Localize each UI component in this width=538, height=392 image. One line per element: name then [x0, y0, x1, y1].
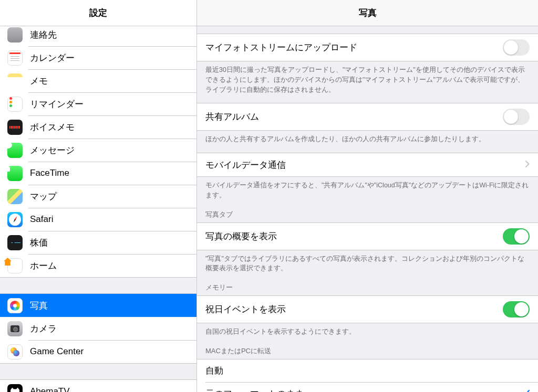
sidebar-item-label: FaceTime	[30, 168, 69, 178]
cell-group-memories: 祝日イベントを表示	[197, 295, 538, 323]
switch-photostream[interactable]	[503, 39, 530, 56]
messages-icon	[7, 143, 23, 158]
sidebar-item-stocks[interactable]: 株価	[0, 231, 196, 254]
cell-label: マイフォトストリームにアップロード	[205, 41, 503, 54]
camera-icon	[7, 321, 23, 336]
cell-sharedalbum: 共有アルバム	[197, 103, 538, 130]
cell-photostab: 写真の概要を表示	[197, 223, 538, 250]
sidebar: 設定 連絡先カレンダーメモリマインダーボイスメモメッセージFaceTimeマップ…	[0, 0, 197, 392]
switch-sharedalbum[interactable]	[503, 109, 530, 125]
sidebar-item-label: リマインダー	[30, 98, 84, 110]
sidebar-item-label: メモ	[30, 75, 48, 87]
footer: "写真"タブではライブラリにあるすべての写真が表示されます。コレクションおよび年…	[197, 250, 538, 274]
sidebar-item-label: ボイスメモ	[30, 121, 75, 133]
chevron-right-icon	[525, 160, 530, 169]
detail-title: 写真	[359, 7, 377, 19]
cell-group-transfer: 自動 元のフォーマットのまま	[197, 359, 538, 392]
reminders-icon	[7, 97, 23, 112]
sidebar-item-label: 株価	[30, 237, 48, 249]
sidebar-item-gamecenter[interactable]: Game Center	[0, 340, 196, 363]
cell-group-photostream: マイフォトストリームにアップロード	[197, 34, 538, 61]
abematv-icon	[7, 384, 23, 393]
detail-pane: 写真 マイフォトストリームにアップロード 最近30日間に撮った写真をアップロード…	[197, 0, 538, 392]
sidebar-item-maps[interactable]: マップ	[0, 185, 196, 208]
stocks-icon	[7, 235, 23, 250]
cell-group-cellular: モバイルデータ通信	[197, 153, 538, 177]
switch-photostab[interactable]	[503, 228, 530, 245]
facetime-icon	[7, 166, 23, 181]
section-header-photostab: 写真タブ	[197, 200, 538, 223]
sidebar-item-calendar[interactable]: カレンダー	[0, 46, 196, 69]
cell-label: 自動	[205, 365, 530, 377]
detail-body[interactable]: マイフォトストリームにアップロード 最近30日間に撮った写真をアップロードし、"…	[197, 26, 538, 392]
section-header-memories: メモリー	[197, 273, 538, 295]
sidebar-item-label: AbemaTV	[30, 386, 70, 392]
cell-label: 写真の概要を表示	[205, 230, 503, 242]
sidebar-item-label: カメラ	[30, 323, 57, 335]
cell-label: 共有アルバム	[205, 111, 503, 123]
sidebar-item-camera[interactable]: カメラ	[0, 317, 196, 340]
footer: ほかの人と共有するアルバムを作成したり、ほかの人の共有アルバムに参加したりします…	[197, 131, 538, 144]
cell-group-sharedalbum: 共有アルバム	[197, 103, 538, 131]
sidebar-item-reminders[interactable]: リマインダー	[0, 92, 196, 115]
sidebar-item-label: Game Center	[30, 346, 84, 357]
sidebar-item-label: マップ	[30, 190, 57, 203]
cell-photostream: マイフォトストリームにアップロード	[197, 34, 538, 61]
notes-icon	[7, 73, 23, 89]
cell-cellular[interactable]: モバイルデータ通信	[197, 153, 538, 176]
sidebar-title: 設定	[89, 7, 107, 19]
cell-transfer-original[interactable]: 元のフォーマットのまま	[197, 383, 538, 392]
voicememo-icon	[7, 120, 23, 135]
cell-transfer-auto[interactable]: 自動	[197, 359, 538, 383]
footer: 最近30日間に撮った写真をアップロードし、"マイフォトストリーム"を使用してその…	[197, 61, 538, 94]
photos-icon	[7, 298, 23, 313]
sidebar-item-home[interactable]: ホーム	[0, 254, 196, 277]
gamecenter-icon	[7, 344, 23, 359]
cell-label: 元のフォーマットのまま	[205, 388, 522, 392]
switch-memories[interactable]	[503, 301, 530, 317]
sidebar-item-photos[interactable]: 写真	[0, 294, 196, 317]
sidebar-list[interactable]: 連絡先カレンダーメモリマインダーボイスメモメッセージFaceTimeマップSaf…	[0, 26, 196, 392]
sidebar-item-notes[interactable]: メモ	[0, 69, 196, 92]
contacts-icon	[7, 27, 23, 43]
calendar-icon	[7, 50, 23, 66]
footer: 自国の祝日イベントを表示するようにできます。	[197, 323, 538, 337]
safari-icon	[7, 212, 23, 227]
cell-memories: 祝日イベントを表示	[197, 296, 538, 323]
sidebar-header: 設定	[0, 0, 196, 26]
sidebar-item-label: 写真	[30, 300, 48, 312]
cell-label: モバイルデータ通信	[205, 159, 525, 171]
sidebar-item-label: カレンダー	[30, 52, 75, 64]
sidebar-item-label: Safari	[30, 214, 53, 225]
sidebar-item-label: メッセージ	[30, 144, 75, 156]
section-header-transfer: MACまたはPCに転送	[197, 337, 538, 359]
sidebar-item-abematv[interactable]: AbemaTV	[0, 380, 196, 392]
home-icon	[7, 258, 23, 273]
cell-label: 祝日イベントを表示	[205, 303, 503, 315]
sidebar-item-facetime[interactable]: FaceTime	[0, 162, 196, 185]
detail-header: 写真	[197, 0, 538, 26]
checkmark-icon	[522, 389, 530, 392]
sidebar-item-messages[interactable]: メッセージ	[0, 139, 196, 162]
maps-icon	[7, 189, 23, 204]
sidebar-item-voicememo[interactable]: ボイスメモ	[0, 115, 196, 139]
sidebar-item-label: 連絡先	[30, 29, 57, 41]
sidebar-item-label: ホーム	[30, 260, 57, 272]
cell-group-photostab: 写真の概要を表示	[197, 223, 538, 250]
footer: モバイルデータ通信をオフにすると、"共有アルバム"や"iCloud写真"などのア…	[197, 177, 538, 200]
sidebar-item-contacts[interactable]: 連絡先	[0, 26, 196, 46]
sidebar-item-safari[interactable]: Safari	[0, 208, 196, 231]
